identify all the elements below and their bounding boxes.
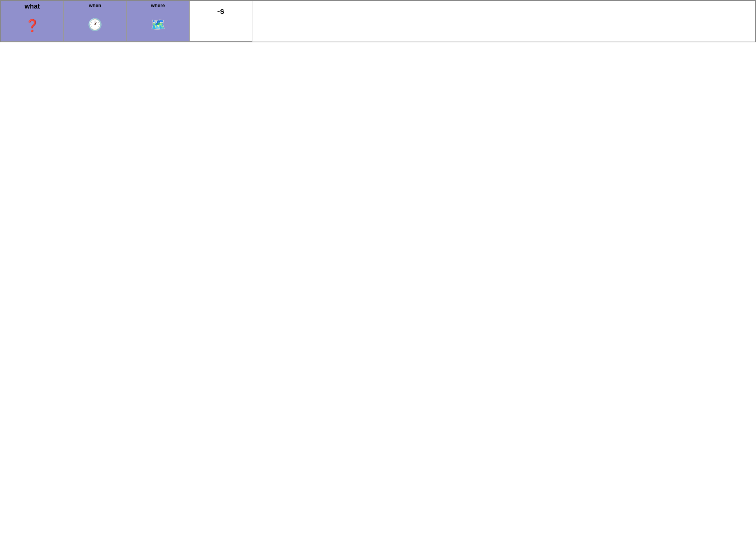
cell-label: -s — [217, 6, 225, 16]
cell-label: what — [24, 3, 40, 11]
cell-icon: 🕐 — [65, 9, 125, 40]
cell-icon: ❓ — [2, 12, 62, 40]
cell-when[interactable]: when🕐 — [63, 1, 126, 42]
cell-icon: 🗺️ — [128, 9, 188, 40]
cell-where[interactable]: where🗺️ — [127, 1, 189, 42]
cell-what[interactable]: what❓ — [1, 1, 63, 42]
cell-label: where — [151, 3, 165, 9]
cell-label: when — [89, 3, 101, 9]
aac-board: what❓when🕐where🗺️-s — [0, 0, 756, 42]
cell--s[interactable]: -s — [189, 1, 252, 42]
